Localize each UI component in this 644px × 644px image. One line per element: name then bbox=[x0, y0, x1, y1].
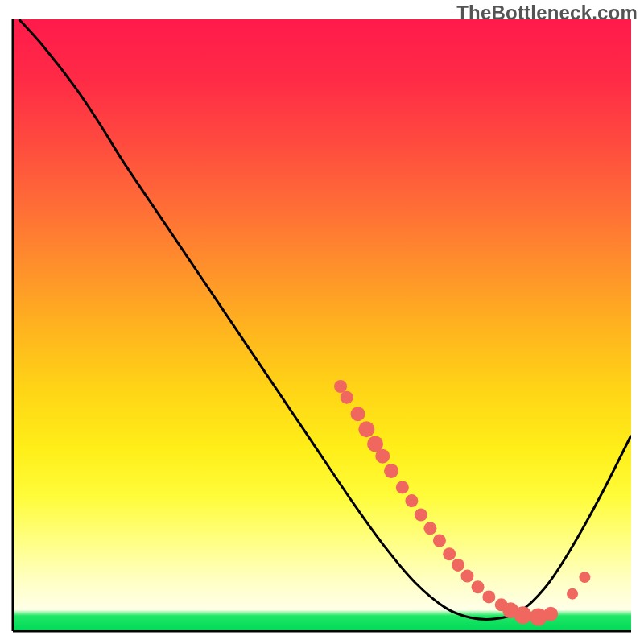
data-point bbox=[396, 481, 409, 493]
data-point bbox=[567, 588, 578, 600]
data-point bbox=[514, 606, 532, 624]
data-point bbox=[452, 559, 464, 572]
data-point bbox=[482, 590, 495, 603]
data-point bbox=[579, 572, 590, 583]
data-point bbox=[472, 580, 485, 593]
watermark-label: TheBottleneck.com bbox=[456, 2, 638, 24]
data-point bbox=[334, 380, 347, 393]
data-point bbox=[543, 607, 558, 621]
data-point bbox=[375, 449, 390, 464]
data-point bbox=[460, 570, 473, 583]
data-point bbox=[384, 464, 398, 478]
data-point bbox=[358, 421, 374, 437]
data-point bbox=[405, 494, 418, 507]
chart-svg bbox=[0, 0, 644, 644]
data-point bbox=[341, 391, 353, 404]
data-point bbox=[433, 535, 446, 547]
data-point bbox=[443, 547, 456, 560]
data-point bbox=[351, 407, 365, 421]
data-point bbox=[423, 522, 436, 535]
plot-background bbox=[13, 19, 631, 631]
data-point bbox=[415, 509, 427, 522]
bottleneck-chart: TheBottleneck.com bbox=[0, 0, 644, 644]
